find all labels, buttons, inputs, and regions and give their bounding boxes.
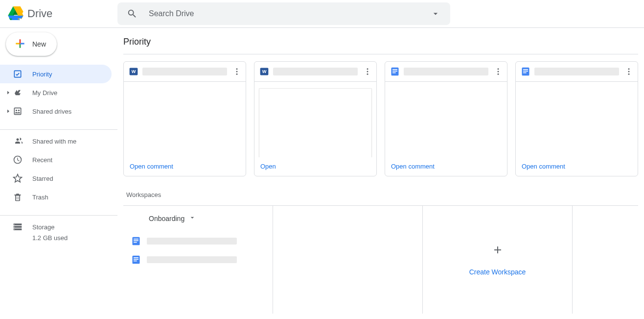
docs-icon	[521, 67, 530, 76]
create-workspace-panel[interactable]: Create Workspace	[423, 206, 573, 314]
svg-point-21	[498, 74, 499, 75]
svg-text:W: W	[262, 69, 267, 74]
logo-area[interactable]: Drive	[8, 6, 117, 22]
workspaces-heading: Workspaces	[126, 191, 638, 198]
sidebar-item-shared-drives[interactable]: Shared drives	[0, 102, 117, 121]
card-header: W	[254, 62, 376, 82]
new-button-label: New	[32, 40, 46, 48]
search-icon[interactable]	[122, 4, 142, 24]
card-footer: Open comment	[124, 157, 246, 176]
card-action-link[interactable]: Open comment	[130, 163, 173, 170]
card-more-button[interactable]	[492, 66, 504, 77]
svg-rect-23	[523, 69, 528, 70]
drive-logo-icon	[8, 6, 23, 22]
sidebar-item-label: Shared with me	[32, 138, 76, 145]
svg-point-14	[367, 74, 368, 75]
sidebar: New Priority My Drive Sha	[0, 28, 117, 319]
svg-point-19	[498, 68, 499, 70]
sidebar-item-trash[interactable]: Trash	[0, 188, 117, 206]
sidebar-item-label: Starred	[32, 175, 53, 182]
word-icon: W	[259, 67, 269, 76]
svg-rect-36	[134, 261, 137, 262]
sidebar-item-label: Storage	[32, 223, 55, 231]
card-title-placeholder	[534, 68, 619, 75]
card-preview[interactable]	[254, 82, 376, 157]
priority-card[interactable]: WOpen	[254, 61, 377, 176]
priority-cards-row: WOpen commentWOpenOpen commentOpen comme…	[123, 61, 638, 176]
sidebar-item-label: Trash	[32, 194, 48, 201]
sidebar-item-storage[interactable]: Storage	[0, 218, 117, 236]
svg-rect-30	[134, 239, 138, 240]
docs-icon	[390, 67, 400, 76]
card-preview[interactable]	[516, 82, 638, 157]
shared-with-me-icon	[13, 136, 23, 146]
sidebar-item-starred[interactable]: Starred	[0, 169, 117, 188]
my-drive-icon	[13, 88, 23, 98]
app-name: Drive	[27, 7, 52, 20]
svg-point-8	[236, 71, 238, 73]
card-more-button[interactable]	[623, 66, 635, 77]
plus-icon	[14, 37, 26, 51]
priority-card[interactable]: Open comment	[385, 61, 507, 176]
shared-drives-icon	[13, 106, 23, 116]
svg-rect-25	[523, 73, 527, 74]
storage-icon	[13, 222, 23, 232]
priority-card[interactable]: Open comment	[515, 61, 638, 176]
card-preview[interactable]	[385, 82, 507, 157]
page-title: Priority	[123, 34, 638, 54]
card-action-link[interactable]: Open comment	[522, 163, 565, 170]
search-options-button[interactable]	[426, 4, 445, 24]
svg-point-26	[628, 68, 630, 70]
card-footer: Open	[254, 157, 376, 176]
app-header: Drive	[0, 0, 644, 28]
card-action-link[interactable]: Open comment	[391, 163, 435, 170]
card-more-button[interactable]	[231, 66, 243, 77]
sidebar-item-my-drive[interactable]: My Drive	[0, 83, 117, 102]
search-bar[interactable]	[117, 2, 450, 25]
main-content: Priority WOpen commentWOpenOpen commentO…	[117, 28, 644, 319]
svg-rect-24	[523, 71, 528, 72]
sidebar-item-priority[interactable]: Priority	[0, 65, 112, 83]
trash-icon	[13, 192, 23, 202]
sidebar-item-shared-with-me[interactable]: Shared with me	[0, 132, 117, 150]
new-button[interactable]: New	[6, 32, 57, 56]
sidebar-item-label: My Drive	[32, 89, 57, 97]
svg-point-9	[236, 74, 238, 75]
create-workspace-label[interactable]: Create Workspace	[469, 268, 526, 276]
plus-icon[interactable]	[492, 244, 504, 259]
priority-card[interactable]: WOpen comment	[123, 61, 246, 176]
card-preview[interactable]	[124, 82, 246, 157]
card-title-placeholder	[273, 68, 358, 75]
workspace-file[interactable]	[129, 232, 269, 250]
card-action-link[interactable]: Open	[260, 163, 276, 170]
chevron-down-icon	[188, 214, 196, 223]
workspace-panel: Onboarding	[123, 206, 273, 314]
search-input[interactable]	[149, 9, 426, 18]
svg-point-28	[628, 74, 630, 75]
card-header: W	[124, 62, 246, 82]
docs-icon	[131, 236, 141, 246]
svg-point-7	[236, 68, 238, 70]
svg-rect-31	[134, 240, 138, 241]
svg-rect-16	[392, 69, 397, 70]
priority-icon	[13, 69, 23, 79]
chevron-right-icon[interactable]	[4, 108, 13, 114]
chevron-right-icon[interactable]	[4, 90, 13, 96]
svg-point-13	[367, 71, 368, 73]
svg-point-12	[367, 68, 368, 70]
workspace-file[interactable]	[129, 250, 269, 269]
sidebar-item-label: Shared drives	[32, 108, 71, 115]
svg-rect-34	[134, 257, 138, 258]
sidebar-item-label: Recent	[32, 156, 52, 164]
workspace-name-dropdown[interactable]: Onboarding	[149, 214, 269, 223]
card-more-button[interactable]	[362, 66, 373, 77]
svg-rect-17	[392, 71, 397, 72]
sidebar-item-recent[interactable]: Recent	[0, 150, 117, 169]
file-name-placeholder	[147, 256, 237, 263]
svg-marker-3	[8, 15, 23, 18]
sidebar-item-label: Priority	[32, 71, 52, 78]
star-icon	[13, 173, 23, 183]
svg-rect-35	[134, 259, 138, 260]
svg-rect-18	[392, 73, 396, 74]
word-icon: W	[129, 67, 138, 76]
